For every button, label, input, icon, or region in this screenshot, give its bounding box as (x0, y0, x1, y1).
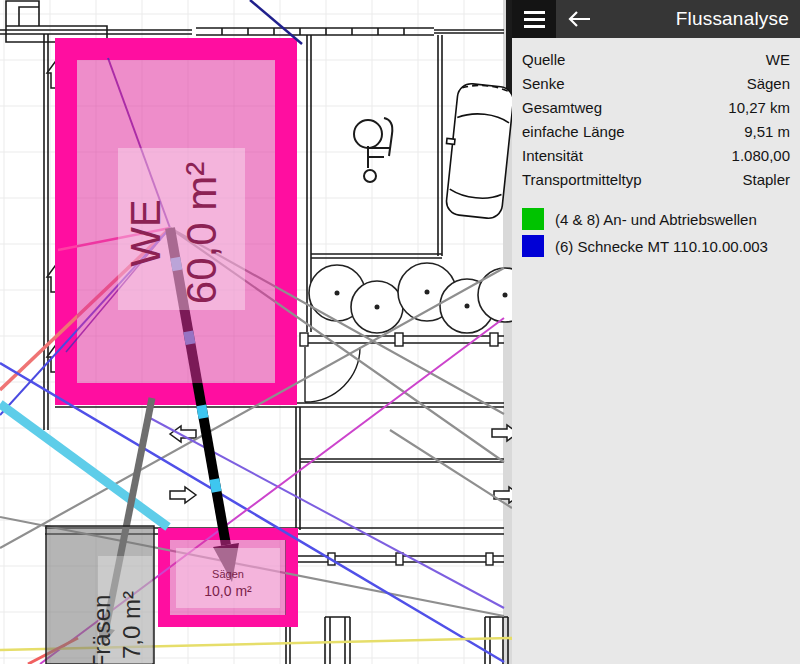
floorplan-svg: WE 60,0 m² Sägen 10,0 m² Fräsen 7,0 m² (0, 0, 512, 664)
legend-swatch-green (522, 208, 544, 230)
saegen-area-size: 10,0 m² (204, 583, 252, 599)
right-arrow-icon (492, 425, 512, 441)
property-label: einfache Länge (522, 123, 625, 140)
legend-item-antriebswellen[interactable]: (4 & 8) An- und Abtriebswellen (522, 208, 790, 230)
flow-line-cyan-thick (0, 404, 168, 527)
we-area-name: WE (122, 199, 169, 267)
flussanalyse-panel: Flussanalyse Quelle WE Senke Sägen Gesam… (512, 0, 800, 664)
property-label: Quelle (522, 51, 565, 68)
back-button[interactable] (556, 0, 602, 38)
flow-line-navy (250, 0, 302, 44)
property-row-intensitaet: Intensität 1.080,00 (522, 143, 790, 167)
property-value: Stapler (742, 171, 790, 188)
flow-legend: (4 & 8) An- und Abtriebswellen (6) Schne… (512, 208, 800, 262)
property-row-einfache-laenge: einfache Länge 9,51 m (522, 119, 790, 143)
legend-label: (4 & 8) An- und Abtriebswellen (555, 211, 757, 228)
property-row-quelle: Quelle WE (522, 47, 790, 71)
right-arrow-icon (170, 487, 196, 503)
fraesen-area-name: Fräsen (88, 595, 115, 664)
flow-properties: Quelle WE Senke Sägen Gesamtweg 10,27 km… (512, 38, 800, 191)
legend-label: (6) Schnecke MT 110.10.00.003 (555, 238, 768, 255)
property-label: Gesamtweg (522, 99, 602, 116)
legend-item-schnecke[interactable]: (6) Schnecke MT 110.10.00.003 (522, 235, 790, 257)
panel-header: Flussanalyse (512, 0, 800, 38)
property-label: Senke (522, 75, 565, 92)
property-value: 10,27 km (728, 99, 790, 116)
fraesen-area-size: 7,0 m² (118, 591, 145, 659)
property-row-gesamtweg: Gesamtweg 10,27 km (522, 95, 790, 119)
property-row-senke: Senke Sägen (522, 71, 790, 95)
property-value: 9,51 m (744, 123, 790, 140)
property-row-transportmitteltyp: Transportmitteltyp Stapler (522, 167, 790, 191)
property-value: 1.080,00 (732, 147, 790, 164)
legend-swatch-blue (522, 235, 544, 257)
floorplan-canvas[interactable]: WE 60,0 m² Sägen 10,0 m² Fräsen 7,0 m² (0, 0, 512, 664)
workstation-icon (354, 118, 392, 182)
panel-title: Flussanalyse (602, 0, 800, 38)
hamburger-menu-button[interactable] (512, 0, 556, 38)
back-arrow-icon (567, 10, 591, 28)
property-value: WE (766, 51, 790, 68)
we-area-size: 60,0 m² (178, 162, 225, 304)
hamburger-icon (524, 11, 545, 14)
saegen-area-name: Sägen (212, 568, 244, 580)
property-value: Sägen (747, 75, 790, 92)
property-label: Intensität (522, 147, 583, 164)
property-label: Transportmitteltyp (522, 171, 641, 188)
car-icon (439, 82, 512, 220)
